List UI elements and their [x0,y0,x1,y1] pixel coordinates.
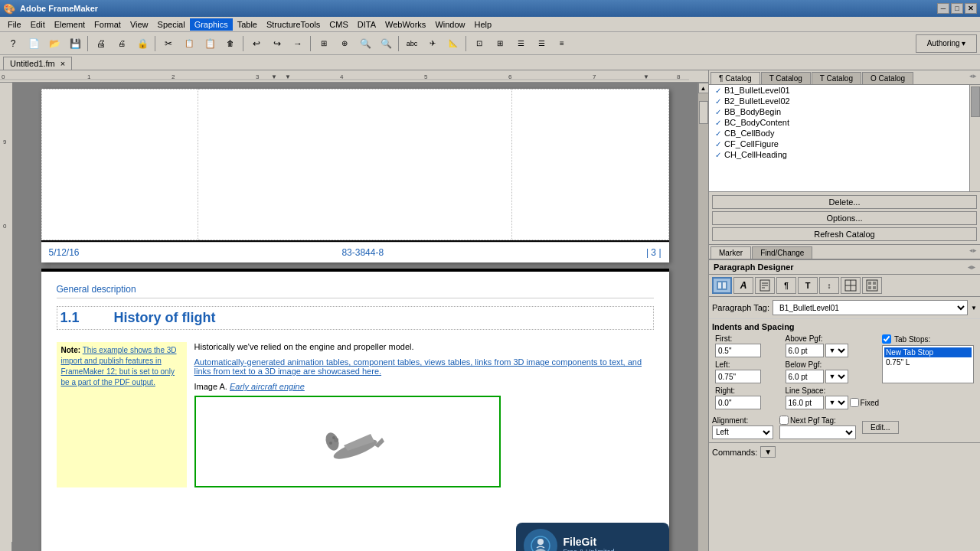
line-space-select[interactable]: ▼ [825,396,848,409]
left-input[interactable] [715,370,761,383]
above-pgf-select[interactable]: ▼ [825,344,848,357]
para-tool-table[interactable] [841,277,861,294]
toolbar-frame[interactable]: 📐 [443,34,463,53]
options-button[interactable]: Options... [712,211,977,225]
toolbar-cut[interactable]: ✂ [158,34,178,53]
catalog-item-cb[interactable]: ✓ CB_CellBody [709,128,980,139]
menu-window[interactable]: Window [430,18,469,31]
toolbar-more[interactable]: ≡ [552,34,572,53]
find-change-tab[interactable]: Find/Change [752,246,812,259]
toolbar-spell[interactable]: abc [402,34,422,53]
toolbar-redo[interactable]: ↪ [267,34,287,53]
fixed-checkbox[interactable] [850,398,859,407]
next-pgf-select[interactable] [779,425,856,439]
catalog-tab-char[interactable]: T Catalog [761,72,811,84]
catalog-item-bc[interactable]: ✓ BC_BodyContent [709,117,980,128]
doc-tab-untitled[interactable]: Untitled1.fm × [3,57,72,70]
catalog-item-cf[interactable]: ✓ CF_CellFigure [709,139,980,149]
menu-webworks[interactable]: WebWorks [381,18,430,31]
menu-dita[interactable]: DITA [353,18,381,31]
toolbar-paste[interactable]: 📋 [200,34,220,53]
refresh-catalog-button[interactable]: Refresh Catalog [712,227,977,241]
toolbar-save[interactable]: 💾 [65,34,85,53]
scroll-thumb[interactable] [699,101,708,124]
toolbar-zoom-out[interactable]: 🔍 [376,34,396,53]
menu-structuretools[interactable]: StructureTools [262,18,325,31]
doc-scroll[interactable]: 5/12/16 83-3844-8 | 3 | General descript… [12,83,697,551]
toolbar-authoring[interactable]: Authoring ▾ [916,34,977,53]
toolbar-help[interactable]: ? [3,34,23,53]
para-tool-asian[interactable]: ↕ [819,277,839,294]
doc-tab-close[interactable]: × [60,59,65,68]
toolbar-hyperlink[interactable]: ✈ [423,34,443,53]
catalog-item-b2[interactable]: ✓ B2_BulletLevel02 [709,96,980,106]
menu-help[interactable]: Help [470,18,497,31]
menu-format[interactable]: Format [90,18,126,31]
commands-dropdown[interactable]: ▼ [760,446,776,458]
doc-scrollbar[interactable]: ▲ ▼ [697,83,708,551]
maximize-button[interactable]: □ [951,3,963,14]
para-tool-font[interactable]: A [733,277,753,294]
catalog-item-b1[interactable]: ✓ B1_BulletLevel01 [709,85,980,96]
menu-element[interactable]: Element [50,18,90,31]
delete-button[interactable]: Delete... [712,195,977,209]
toolbar-delete[interactable]: 🗑 [220,34,240,53]
line-space-input[interactable] [786,396,824,409]
tab-stop-new[interactable]: New Tab Stop [884,347,972,357]
menu-table[interactable]: Table [233,18,262,31]
toolbar-open[interactable]: 📂 [44,34,64,53]
tab-stops-list[interactable]: New Tab Stop 0.75" L [882,345,974,383]
para-designer-resize[interactable]: ◂▸ [968,263,975,271]
toolbar-table[interactable]: ⊞ [490,34,510,53]
menu-file[interactable]: File [3,18,26,31]
close-button[interactable]: ✕ [965,3,977,14]
menu-edit[interactable]: Edit [26,18,50,31]
tab-stops-checkbox[interactable] [882,334,891,344]
toolbar-zoom-region[interactable]: ⊕ [335,34,354,53]
catalog-tab-para[interactable]: ¶ Catalog [710,72,760,84]
below-pgf-select[interactable]: ▼ [825,370,848,383]
catalog-item-ch[interactable]: ✓ CH_CellHeading [709,149,980,160]
marker-tab[interactable]: Marker [710,246,751,259]
alignment-select[interactable]: Left [712,425,773,439]
next-pgf-checkbox[interactable] [779,416,789,425]
para-tool-numbering[interactable]: ¶ [776,277,796,294]
toolbar-grid[interactable]: ⊞ [314,34,334,53]
catalog-item-bb[interactable]: ✓ BB_BodyBegin [709,106,980,117]
toolbar-lock[interactable]: 🔒 [132,34,152,53]
menu-graphics[interactable]: Graphics [190,18,233,31]
minimize-button[interactable]: ─ [937,3,949,14]
below-pgf-input[interactable] [786,370,824,383]
marker-panel-resize[interactable]: ◂▸ [969,246,977,259]
catalog-tab-table[interactable]: T Catalog [812,72,861,84]
scroll-up[interactable]: ▲ [698,83,709,93]
toolbar-copy[interactable]: 📋 [179,34,199,53]
para-tool-pagination[interactable] [755,277,775,294]
scroll-track[interactable] [698,93,709,551]
catalog-tab-object[interactable]: O Catalog [862,72,913,84]
para-tag-select[interactable]: B1_BulletLevel01 [773,300,968,315]
catalog-scrollbar[interactable] [969,85,980,191]
toolbar-new[interactable]: 📄 [24,34,44,53]
toolbar-table-insert[interactable]: ⊡ [469,34,489,53]
toolbar-print2[interactable]: 🖨 [112,34,132,53]
para-tool-advanced[interactable]: T [798,277,818,294]
toolbar-zoom-in[interactable]: 🔍 [355,34,375,53]
title-bar-controls[interactable]: ─ □ ✕ [937,3,977,14]
panel-resize[interactable]: ◂▸ [969,72,977,84]
menu-view[interactable]: View [126,18,153,31]
toolbar-para[interactable]: ☰ [511,34,531,53]
menu-cms[interactable]: CMS [325,18,352,31]
right-input[interactable] [715,396,761,409]
above-pgf-input[interactable] [786,344,824,357]
catalog-scroll-thumb[interactable] [971,86,980,117]
menu-special[interactable]: Special [153,18,190,31]
toolbar-print[interactable]: 🖨 [91,34,111,53]
catalog-list[interactable]: ✓ B1_BulletLevel01 ✓ B2_BulletLevel02 ✓ … [709,85,980,192]
toolbar-undo[interactable]: ↩ [247,34,266,53]
para-tool-extra[interactable] [862,277,882,294]
toolbar-arrow[interactable]: → [288,34,308,53]
para-tool-properties[interactable] [712,277,732,294]
tab-stop-075[interactable]: 0.75" L [884,357,972,367]
first-input[interactable] [715,344,761,357]
